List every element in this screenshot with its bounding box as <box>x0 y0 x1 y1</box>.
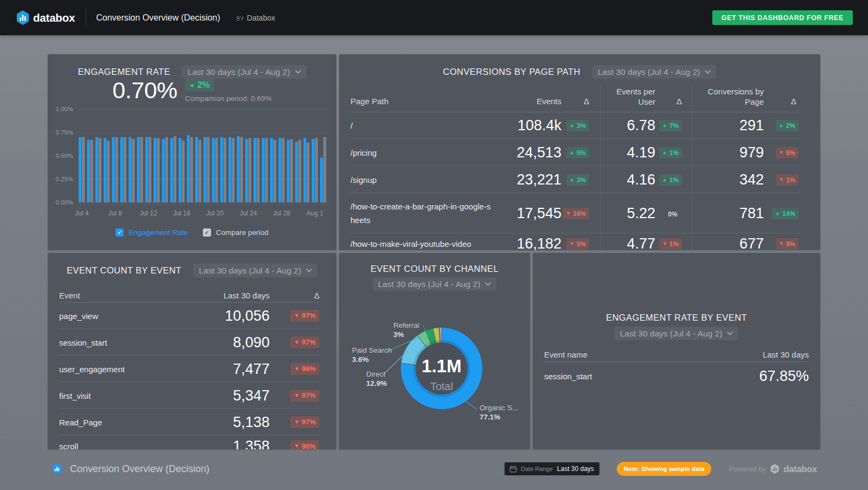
pie-label-name: Paid Search <box>352 346 392 355</box>
bar-engagement-rate <box>262 138 265 202</box>
events-delta: 5% <box>566 238 589 250</box>
events-per-user-delta: 1% <box>659 147 682 158</box>
date-range-value: Last 30 days (Jul 4 - Aug 2) <box>199 266 301 276</box>
get-dashboard-button[interactable]: GET THIS DASHBOARD FOR FREE <box>712 10 853 25</box>
delta-badge: 9% <box>776 238 799 250</box>
x-axis-label: Jul 16 <box>173 209 190 217</box>
events-per-user-delta: 1% <box>659 174 682 186</box>
delta-arrow-icon <box>294 340 299 345</box>
date-range-value: Last 30 days (Jul 4 - Aug 2) <box>598 67 700 77</box>
x-axis-label: Jul 24 <box>240 209 257 217</box>
by-label: BY <box>237 16 244 22</box>
events-per-user-value: 4.77 <box>627 236 655 251</box>
delta-badge: 1% <box>659 174 682 186</box>
bar-compare-period <box>140 137 143 202</box>
delta-arrow-icon <box>189 82 195 88</box>
date-range-value: Last 30 days (Jul 4 - Aug 2) <box>188 67 290 77</box>
header-divider <box>86 8 86 28</box>
legend-engagement-rate[interactable]: ✓ Engagement Rate <box>116 228 188 237</box>
conversions-delta: 2% <box>776 119 799 131</box>
delta-value: 1% <box>669 176 679 184</box>
events-per-user-value: 5.22 <box>627 205 655 222</box>
databox-logo[interactable]: databox <box>16 10 75 25</box>
bar-compare-period <box>182 141 184 202</box>
date-range-pill[interactable]: Date Range Last 30 days <box>505 462 599 475</box>
events-per-user-value: 6.78 <box>627 117 655 134</box>
powered-by-brand: databox <box>783 464 817 474</box>
conversions-date-range-dropdown[interactable]: Last 30 days (Jul 4 - Aug 2) <box>592 65 717 79</box>
bar-engagement-rate <box>278 138 281 202</box>
delta-badge: 7% <box>659 120 682 131</box>
event-count-date-range-dropdown[interactable]: Last 30 days (Jul 4 - Aug 2) <box>193 264 317 277</box>
bar-engagement-rate <box>195 137 198 202</box>
databox-powered-icon <box>770 464 779 474</box>
checkbox-compare-period[interactable]: ✓ <box>203 228 211 237</box>
bar-compare-period <box>124 137 126 202</box>
events-per-user-delta: 7% <box>659 119 682 131</box>
delta-value: 0% <box>668 211 677 218</box>
y-axis-label: 0.75% <box>55 129 73 136</box>
comparison-period: Comparison period: 0.69% <box>185 94 272 103</box>
conversions-delta: 9% <box>776 238 799 250</box>
table-row: /pricing24,5135%4.191%9796% <box>339 139 820 166</box>
delta-arrow-icon <box>779 241 784 246</box>
x-axis-label: Jul 8 <box>108 209 122 217</box>
delta-value: 96% <box>302 442 316 450</box>
date-range-value: Last 30 days (Jul 4 - Aug 2) <box>378 279 481 289</box>
delta-badge: 0% <box>661 208 682 220</box>
bar-engagement-rate <box>95 137 98 202</box>
events-value: 23,221 <box>516 171 561 188</box>
bar-compare-period <box>290 139 293 202</box>
top-bar: databox Conversion Overview (Decision) B… <box>0 0 868 35</box>
date-range-value: Last 30 days <box>557 465 594 473</box>
bar-compare-period <box>190 137 193 202</box>
event-delta: 97% <box>290 310 320 322</box>
table-row: session_start8,09097% <box>48 329 336 355</box>
bar-engagement-rate <box>245 139 248 202</box>
bar-engagement-rate <box>112 137 114 202</box>
table-row: user_engagement7,47796% <box>48 355 336 382</box>
conversions-value: 677 <box>739 236 764 251</box>
delta-value: 14% <box>782 210 795 218</box>
bar-compare-period <box>248 138 251 202</box>
pie-label-name: Organic S... <box>480 404 518 413</box>
checkbox-engagement-rate[interactable]: ✓ <box>116 228 124 237</box>
conversions-value: 979 <box>739 144 764 161</box>
bar-compare-period <box>199 140 201 202</box>
powered-by[interactable]: Powered by databox <box>729 464 817 474</box>
channel-date-range-dropdown[interactable]: Last 30 days (Jul 4 - Aug 2) <box>373 277 497 291</box>
legend-label: Engagement Rate <box>129 228 188 237</box>
powered-by-label: Powered by <box>729 465 766 473</box>
events-value: 17,545 <box>516 205 561 222</box>
event-name: session_start <box>59 338 107 347</box>
legend-compare-period[interactable]: ✓ Compare period <box>203 228 269 237</box>
y-axis-label: 0.00% <box>55 199 73 206</box>
engagement-rate-by-event-title: ENGAGEMENT RATE BY EVENT <box>606 313 747 323</box>
footer-controls: Date Range Last 30 days Note: Showing sa… <box>505 462 817 476</box>
delta-arrow-icon <box>662 150 667 155</box>
event-value: 5,347 <box>233 387 270 404</box>
donut-total: 1.1M <box>422 356 461 376</box>
column-header-event-name: Event name <box>544 350 588 359</box>
chevron-down-icon <box>727 332 733 335</box>
delta-badge: 5% <box>566 147 589 158</box>
bar-engagement-rate <box>129 137 131 202</box>
dashboard-title: Conversion Overview (Decision) <box>96 13 220 23</box>
bar-engagement-rate <box>312 139 315 202</box>
delta-arrow-icon <box>570 177 575 182</box>
column-header-event: Event <box>59 291 80 300</box>
pie-label-pct: 3% <box>393 330 404 339</box>
bar-engagement-rate <box>137 137 139 202</box>
column-header-delta: Δ <box>314 291 320 300</box>
column-header-page-path: Page Path <box>350 97 388 106</box>
conversions-delta: 6% <box>776 147 799 158</box>
page-path: /signup <box>350 173 493 187</box>
delta-arrow-icon <box>570 150 575 155</box>
engagement-rate-date-range-dropdown[interactable]: Last 30 days (Jul 4 - Aug 2) <box>182 65 307 79</box>
engagement-by-event-date-range-dropdown[interactable]: Last 30 days (Jul 4 - Aug 2) <box>615 327 739 340</box>
events-per-user-delta: 1% <box>659 238 682 250</box>
pie-label-pct: 3.6% <box>352 355 369 364</box>
bar-compare-period <box>207 137 209 202</box>
delta-badge: 97% <box>290 310 320 322</box>
table-row: Read_Page5,13897% <box>48 409 336 435</box>
